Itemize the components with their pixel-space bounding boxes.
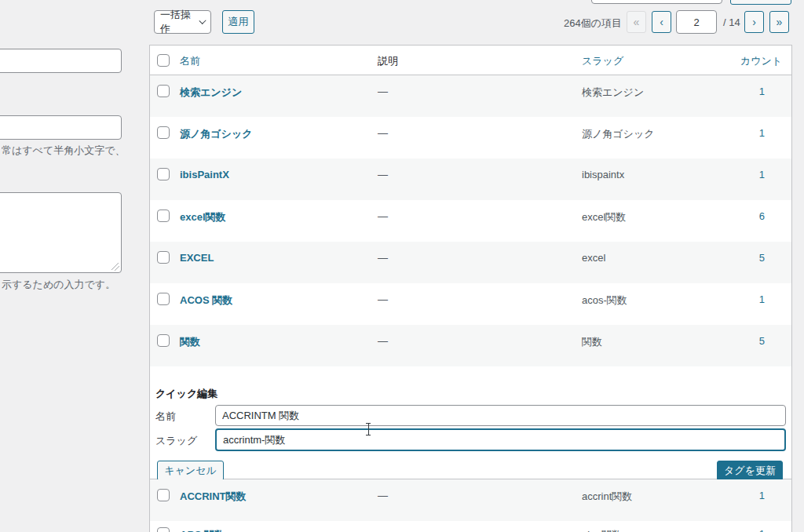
- items-count: 264個の項目: [564, 16, 622, 31]
- chevron-down-icon: [199, 17, 206, 24]
- tag-description: —: [378, 210, 388, 222]
- tag-slug: accrint関数: [582, 490, 632, 504]
- quick-edit-name-label: 名前: [155, 410, 176, 424]
- table-row: ACOS 関数 — acos-関数 1: [150, 283, 791, 325]
- slug-help-text: 常はすべて半角小文字で、: [2, 144, 135, 158]
- table-header-row: 名前 説明 スラッグ カウント: [150, 46, 791, 75]
- tag-slug: acos-関数: [582, 293, 627, 308]
- quick-edit-panel: クイック編集 名前 スラッグ キャンセル タグを更新: [150, 366, 791, 479]
- tags-table: 名前 説明 スラッグ カウント 検索エンジン — 検索エンジン 1 源ノ角ゴシッ…: [149, 45, 792, 532]
- quick-edit-title: クイック編集: [155, 387, 217, 401]
- next-page-button[interactable]: ›: [744, 11, 764, 33]
- tag-name-link[interactable]: 関数: [180, 335, 200, 349]
- tag-slug: excel関数: [582, 210, 626, 224]
- prev-page-button[interactable]: ‹: [652, 11, 671, 33]
- tag-name-link[interactable]: ACOS 関数: [180, 293, 232, 308]
- wordpress-tags-screen: 常はすべて半角小文字で、 示するための入力です。 一括操作 適用 264個の項目…: [0, 0, 804, 532]
- row-checkbox[interactable]: [157, 334, 170, 347]
- update-tag-button[interactable]: タグを更新: [717, 461, 783, 481]
- header-description: 説明: [378, 54, 398, 68]
- description-help-text: 示するための入力です。: [2, 278, 135, 292]
- quick-edit-slug-label: スラッグ: [155, 434, 197, 448]
- tag-count-link[interactable]: 1: [759, 293, 765, 305]
- select-all-checkbox[interactable]: [157, 54, 170, 67]
- add-tag-description-textarea[interactable]: [0, 192, 122, 273]
- tag-count-link[interactable]: 1: [759, 127, 765, 139]
- tag-name-link[interactable]: 源ノ角ゴシック: [180, 127, 253, 141]
- tag-name-link[interactable]: excel関数: [180, 210, 226, 224]
- tag-description: —: [378, 335, 388, 347]
- table-row: EXCEL — excel 5: [150, 242, 791, 283]
- tag-count-link[interactable]: 1: [759, 86, 765, 97]
- tag-description: —: [378, 86, 388, 97]
- row-checkbox[interactable]: [157, 251, 170, 264]
- tag-description: —: [378, 490, 388, 501]
- first-page-button: «: [627, 11, 646, 33]
- add-tag-name-input[interactable]: [0, 49, 122, 73]
- tag-name-link[interactable]: 検索エンジン: [180, 86, 242, 100]
- current-page-input[interactable]: [676, 10, 717, 34]
- table-row: 関数 — 関数 5: [150, 325, 791, 366]
- tag-slug: 検索エンジン: [582, 86, 644, 100]
- quick-edit-name-input[interactable]: [215, 405, 786, 426]
- table-row: ACCRINT関数 — accrint関数 1: [150, 479, 791, 521]
- tag-description: —: [378, 169, 388, 180]
- row-checkbox[interactable]: [157, 168, 170, 180]
- apply-button[interactable]: 適用: [222, 10, 254, 34]
- table-row: ABS 関数 — abs-関数 1: [150, 521, 791, 532]
- header-count[interactable]: カウント: [740, 54, 782, 68]
- table-row: 検索エンジン — 検索エンジン 1: [150, 75, 791, 117]
- table-row: ibisPaintX — ibispaintx 1: [150, 159, 791, 200]
- header-slug[interactable]: スラッグ: [582, 54, 623, 68]
- tag-name-link[interactable]: ibisPaintX: [180, 169, 229, 180]
- tag-description: —: [378, 528, 388, 532]
- tag-count-link[interactable]: 1: [759, 528, 765, 532]
- quick-edit-slug-input[interactable]: [215, 428, 786, 451]
- tag-slug: excel: [582, 252, 605, 264]
- tag-count-link[interactable]: 5: [759, 252, 765, 264]
- tag-slug: abs-関数: [582, 528, 622, 532]
- row-checkbox[interactable]: [157, 293, 170, 305]
- row-checkbox[interactable]: [157, 126, 170, 139]
- search-tags-button[interactable]: [730, 0, 791, 5]
- tag-name-link[interactable]: ABS 関数: [180, 528, 225, 532]
- row-checkbox[interactable]: [157, 489, 170, 501]
- tag-slug: ibispaintx: [582, 169, 624, 180]
- tag-name-link[interactable]: ACCRINT関数: [180, 490, 247, 504]
- tag-name-link[interactable]: EXCEL: [180, 252, 214, 264]
- header-name[interactable]: 名前: [180, 54, 200, 68]
- table-row: 源ノ角ゴシック — 源ノ角ゴシック 1: [150, 117, 791, 159]
- tag-slug: 源ノ角ゴシック: [582, 127, 655, 141]
- table-row: excel関数 — excel関数 6: [150, 200, 791, 242]
- tag-count-link[interactable]: 6: [759, 210, 765, 222]
- bulk-actions-label: 一括操作: [160, 8, 196, 36]
- bulk-actions-select[interactable]: 一括操作: [154, 10, 211, 34]
- tag-description: —: [378, 252, 388, 264]
- tag-description: —: [378, 293, 388, 305]
- row-checkbox[interactable]: [157, 210, 170, 222]
- tag-description: —: [378, 127, 388, 139]
- tag-count-link[interactable]: 5: [759, 335, 765, 347]
- text-cursor-icon: [364, 423, 372, 435]
- tag-count-link[interactable]: 1: [759, 490, 765, 501]
- row-checkbox[interactable]: [157, 527, 170, 532]
- tag-slug: 関数: [582, 335, 602, 349]
- resize-handle-icon[interactable]: [111, 263, 119, 271]
- add-tag-slug-input[interactable]: [0, 115, 122, 140]
- total-pages: / 14: [723, 16, 740, 28]
- last-page-button[interactable]: »: [769, 11, 789, 33]
- search-tags-input[interactable]: [591, 0, 722, 4]
- tag-count-link[interactable]: 1: [759, 169, 765, 180]
- row-checkbox[interactable]: [157, 85, 170, 97]
- cancel-button[interactable]: キャンセル: [157, 461, 224, 481]
